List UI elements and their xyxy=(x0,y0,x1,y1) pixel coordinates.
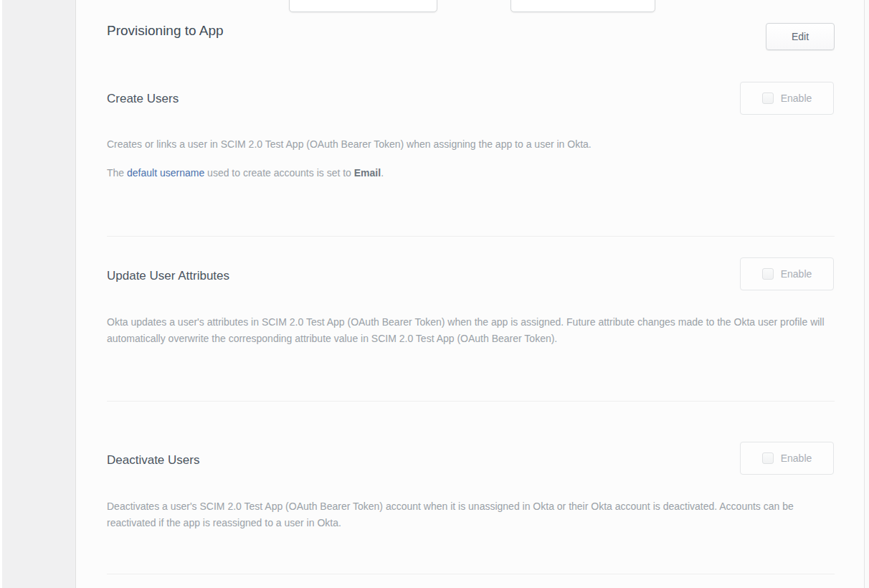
default-username-note: The default username used to create acco… xyxy=(107,165,838,181)
section-divider xyxy=(107,236,835,237)
note-bold-value: Email xyxy=(354,167,381,179)
truncated-form-field-1[interactable] xyxy=(289,0,437,12)
enable-checkbox-create-users[interactable] xyxy=(762,93,774,104)
feature-title-update-user-attributes: Update User Attributes xyxy=(107,268,229,284)
note-prefix: The xyxy=(107,167,127,179)
note-suffix: . xyxy=(381,167,384,179)
default-username-link[interactable]: default username xyxy=(127,167,204,179)
edit-button[interactable]: Edit xyxy=(766,23,835,50)
page-title: Provisioning to App xyxy=(107,22,224,39)
enable-toggle-deactivate-users[interactable]: Enable xyxy=(740,442,834,475)
note-middle: used to create accounts is set to xyxy=(204,167,354,179)
feature-description-create-users: Creates or links a user in SCIM 2.0 Test… xyxy=(107,136,838,153)
enable-checkbox-deactivate-users[interactable] xyxy=(762,452,774,464)
enable-toggle-create-users[interactable]: Enable xyxy=(740,82,834,115)
enable-checkbox-update-user-attributes[interactable] xyxy=(762,268,774,280)
left-nav-panel xyxy=(2,0,76,588)
right-page-gutter xyxy=(865,0,869,588)
feature-description-update-user-attributes: Okta updates a user's attributes in SCIM… xyxy=(107,314,838,347)
enable-label: Enable xyxy=(781,452,812,464)
section-divider xyxy=(107,574,835,574)
feature-title-deactivate-users: Deactivate Users xyxy=(107,452,199,468)
truncated-form-field-2[interactable] xyxy=(511,0,655,12)
feature-description-deactivate-users: Deactivates a user's SCIM 2.0 Test App (… xyxy=(107,498,838,531)
enable-toggle-update-user-attributes[interactable]: Enable xyxy=(740,257,834,290)
enable-label: Enable xyxy=(781,268,812,280)
provisioning-settings-panel: Provisioning to App Edit Create Users En… xyxy=(76,0,865,588)
section-divider xyxy=(107,401,835,402)
feature-title-create-users: Create Users xyxy=(107,91,179,107)
enable-label: Enable xyxy=(781,93,812,104)
